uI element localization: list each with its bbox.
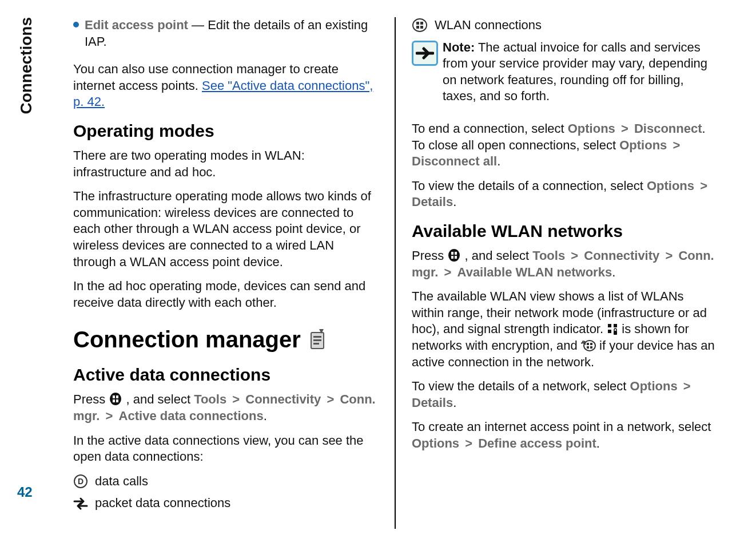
ui-label-avail-wlan: Available WLAN networks: [457, 265, 612, 279]
list-item-text: packet data connections: [95, 495, 230, 512]
nav-path: Press , and select Tools > Connectivity …: [73, 391, 379, 424]
menu-key-icon: [109, 392, 122, 406]
list-item: packet data connections: [73, 495, 379, 512]
svg-rect-12: [416, 22, 419, 25]
ui-label-options: Options: [568, 121, 615, 136]
heading-active-data-connections: Active data connections: [73, 363, 379, 386]
wlan-connections-icon: [412, 18, 428, 33]
text: To view the details of a network, select: [412, 379, 630, 393]
packet-data-icon: [73, 497, 88, 510]
text: Press: [73, 392, 109, 406]
ui-label-connectivity: Connectivity: [584, 248, 659, 263]
svg-rect-21: [608, 324, 611, 327]
text: Press: [412, 248, 447, 263]
connection-manager-icon: [308, 328, 327, 351]
paragraph: The available WLAN view shows a list of …: [412, 288, 717, 370]
svg-rect-28: [587, 346, 589, 349]
paragraph: In the ad hoc operating mode, devices ca…: [73, 278, 379, 311]
paragraph: The infrastructure operating mode allows…: [73, 188, 379, 270]
svg-rect-20: [455, 256, 457, 259]
data-call-icon: D: [73, 474, 88, 489]
svg-rect-22: [614, 324, 617, 327]
nav-path: Press , and select Tools > Connectivity …: [412, 248, 717, 280]
separator: >: [568, 248, 580, 263]
svg-point-16: [448, 249, 460, 262]
period: .: [453, 195, 456, 209]
ui-label-connectivity: Connectivity: [245, 392, 321, 406]
svg-rect-18: [455, 252, 457, 255]
svg-rect-24: [614, 331, 617, 335]
ui-label-disconnect-all: Disconnect all: [412, 154, 497, 168]
svg-rect-15: [420, 26, 423, 29]
paragraph: To view the details of a connection, sel…: [412, 178, 717, 211]
list-item: Edit access point — Edit the details of …: [73, 17, 379, 58]
svg-point-4: [110, 393, 121, 405]
svg-rect-14: [416, 26, 419, 29]
page-sidebar: Connections 42: [0, 0, 51, 546]
note-block: Note: The actual invoice for calls and s…: [412, 39, 717, 113]
ui-label-details: Details: [412, 195, 453, 209]
ui-label-tools: Tools: [194, 392, 226, 406]
content-area: Edit access point — Edit the details of …: [51, 0, 756, 546]
note-body: The actual invoice for calls and service…: [443, 40, 707, 104]
paragraph: To create an internet access point in a …: [412, 419, 717, 452]
separator: >: [230, 392, 242, 406]
heading-text: Connection manager: [73, 325, 301, 354]
svg-rect-13: [420, 22, 423, 25]
paragraph: To view the details of a network, select…: [412, 378, 717, 411]
separator: >: [104, 409, 116, 423]
note-icon: [412, 41, 438, 66]
list-item: D data calls: [73, 473, 379, 490]
note-text: Note: The actual invoice for calls and s…: [443, 39, 717, 105]
svg-rect-6: [116, 395, 118, 398]
document-page: Connections 42 Edit access point — Edit …: [0, 0, 756, 546]
section-label: Connections: [17, 17, 35, 114]
ui-label-options: Options: [647, 179, 694, 193]
list-item-text: data calls: [95, 473, 148, 490]
svg-rect-2: [313, 339, 321, 341]
paragraph: In the active data connections view, you…: [73, 433, 379, 465]
svg-rect-5: [113, 395, 115, 398]
ui-label-active-dc: Active data connections: [119, 409, 264, 423]
ui-label-define-ap: Define access point: [478, 436, 596, 450]
period: .: [596, 436, 600, 450]
paragraph: To end a connection, select Options > Di…: [412, 121, 717, 170]
period: .: [453, 395, 456, 410]
svg-rect-27: [590, 343, 592, 345]
period: .: [612, 265, 615, 279]
ui-label-options: Options: [619, 138, 667, 152]
right-column: WLAN connections Note: The actual invoic…: [396, 17, 733, 529]
period: .: [497, 154, 500, 168]
ui-label-details: Details: [412, 395, 453, 410]
svg-text:D: D: [78, 477, 83, 486]
text: , and select: [464, 248, 532, 263]
svg-rect-3: [313, 343, 319, 345]
svg-rect-26: [587, 343, 589, 345]
left-column: Edit access point — Edit the details of …: [57, 17, 396, 529]
separator: >: [698, 179, 710, 193]
menu-key-icon: [447, 248, 461, 262]
ui-label-options: Options: [412, 436, 459, 450]
ui-label-tools: Tools: [532, 248, 565, 263]
separator: >: [324, 392, 336, 406]
separator: >: [681, 379, 693, 393]
paragraph: There are two operating modes in WLAN: i…: [73, 148, 379, 180]
period: .: [264, 409, 267, 423]
bullet-text: Edit access point — Edit the details of …: [85, 17, 379, 50]
separator: >: [663, 248, 675, 263]
heading-operating-modes: Operating modes: [73, 120, 379, 142]
svg-rect-1: [313, 336, 321, 338]
paragraph: You can also use connection manager to c…: [73, 61, 379, 110]
svg-rect-7: [113, 399, 115, 402]
separator: >: [442, 265, 454, 279]
list-item: WLAN connections: [412, 17, 717, 34]
separator: >: [463, 436, 475, 450]
text: To create an internet access point in a …: [412, 420, 711, 434]
encryption-icon: [607, 323, 618, 335]
heading-connection-manager: Connection manager: [73, 325, 379, 354]
svg-rect-8: [116, 399, 118, 402]
svg-rect-29: [590, 346, 592, 349]
text: To view the details of a connection, sel…: [412, 179, 647, 193]
svg-point-11: [413, 19, 427, 31]
separator: >: [619, 121, 631, 136]
